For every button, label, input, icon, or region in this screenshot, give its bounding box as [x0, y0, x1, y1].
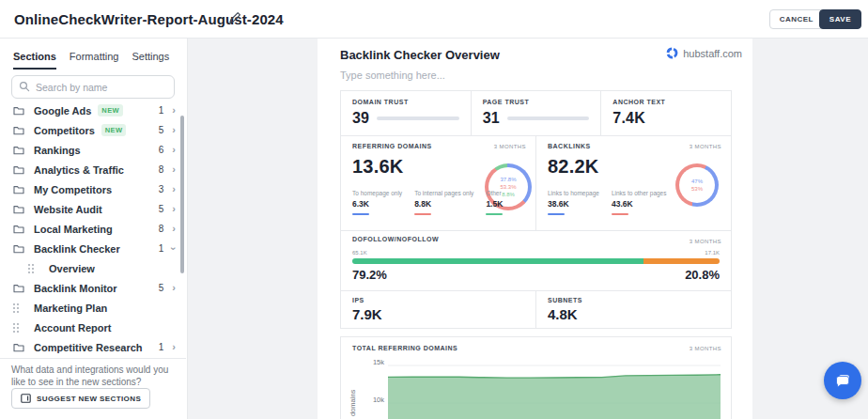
period-badge: 3 MONTHS [690, 144, 721, 149]
sidebar-item-backlink-monitor[interactable]: Backlink Monitor5› [0, 278, 186, 298]
sidebar-item-marketing-plan[interactable]: Marketing Plan [0, 298, 186, 318]
folder-icon [13, 225, 25, 234]
backlinks-card: BACKLINKS 3 MONTHS 82.2K 47%53% Links to… [536, 136, 731, 230]
section-count: 1 [159, 243, 164, 254]
chevron-right-icon[interactable]: › [172, 125, 176, 135]
breakdown-label: Links to homepage [548, 190, 599, 196]
breakdown-color-line [352, 213, 369, 215]
chevron-right-icon[interactable]: › [172, 164, 176, 175]
folder-icon [13, 146, 25, 155]
site-name: hubstaff.com [683, 48, 742, 59]
text-block-placeholder[interactable]: Type something here... [340, 70, 445, 81]
sections-list: Google AdsNEW1›CompetitorsNEW5›Rankings6… [0, 101, 186, 357]
sidebar-tabs: Sections Formatting Settings [0, 39, 186, 70]
section-count: 3 [159, 184, 164, 194]
breakdown-item: To homepage only6.3K [352, 190, 402, 215]
new-badge: NEW [101, 124, 127, 136]
chevron-right-icon[interactable]: › [172, 105, 176, 116]
domain-trust-value: 39 [352, 110, 369, 127]
subnets-label: SUBNETS [548, 297, 720, 303]
sidebar-item-label: My Competitors [34, 184, 112, 195]
chevron-down-icon[interactable]: › [169, 247, 179, 251]
dofollow-count: 65.1K [352, 250, 367, 256]
breakdown-color-line [486, 213, 503, 215]
sidebar-item-local-marketing[interactable]: Local Marketing8› [0, 219, 186, 239]
anchor-text-card: ANCHOR TEXT 7.4K [601, 91, 731, 135]
save-button[interactable]: SAVE [819, 9, 861, 29]
donut-center-labels: 37.8%53.3%8.8% [485, 163, 532, 210]
breakdown-value: 8.8K [414, 199, 473, 209]
referring-domains-breakdown: To homepage only6.3KTo internal pages on… [352, 190, 503, 215]
folder-icon [13, 343, 25, 352]
folder-icon [13, 244, 25, 254]
chat-launcher-button[interactable] [824, 362, 861, 399]
folder-icon [13, 106, 25, 116]
sidebar-scrollbar[interactable] [180, 116, 184, 273]
breakdown-item: Links to homepage38.6K [548, 190, 599, 215]
breakdown-label: To homepage only [352, 190, 402, 196]
domain-trust-label: DOMAIN TRUST [352, 99, 459, 105]
sidebar-item-label: Website Audit [34, 204, 102, 215]
search-input[interactable] [11, 75, 175, 99]
chat-bubble-icon [833, 371, 852, 390]
sidebar-item-overview[interactable]: Overview [0, 258, 186, 278]
anchor-text-label: ANCHOR TEXT [612, 99, 720, 105]
y-axis-label: domains [349, 390, 357, 416]
suggest-new-sections-button[interactable]: SUGGEST NEW SECTIONS [11, 388, 150, 409]
sidebar-item-label: Competitors [34, 125, 95, 136]
breakdown-label: Links to other pages [612, 190, 667, 196]
suggest-question-text: What data and integrations would you lik… [11, 364, 182, 388]
tab-sections[interactable]: Sections [13, 51, 56, 70]
referring-domains-area-chart [388, 360, 721, 419]
ips-value: 7.9K [352, 306, 524, 322]
tab-settings[interactable]: Settings [132, 51, 169, 70]
page-trust-card: PAGE TRUST 31 [472, 91, 601, 135]
referring-domains-card: REFERRING DOMAINS 3 MONTHS 13.6K 37.8%53… [341, 136, 535, 230]
page-trust-bar [507, 116, 589, 120]
chevron-right-icon[interactable]: › [172, 283, 176, 293]
folder-icon [13, 165, 25, 175]
section-count: 1 [159, 342, 164, 352]
cancel-button[interactable]: CANCEL [769, 9, 824, 29]
donut-percent-label: 53% [691, 185, 703, 193]
chevron-right-icon[interactable]: › [172, 204, 176, 214]
donut-percent-label: 8.8% [502, 191, 515, 198]
sidebar-item-competitive-research[interactable]: Competitive Research1› [0, 337, 186, 357]
chevron-right-icon[interactable]: › [172, 224, 176, 234]
period-badge: 3 MONTHS [494, 144, 526, 149]
suggest-button-label: SUGGEST NEW SECTIONS [37, 395, 141, 403]
chevron-right-icon[interactable]: › [172, 342, 176, 352]
sidebar-item-my-competitors[interactable]: My Competitors3› [0, 179, 186, 199]
drag-handle-icon [28, 264, 40, 273]
sidebar-divider [0, 358, 186, 359]
sidebar-item-account-report[interactable]: Account Report [0, 318, 186, 337]
sidebar-item-website-audit[interactable]: Website Audit5› [0, 199, 186, 219]
sidebar-item-backlink-checker[interactable]: Backlink Checker1› [0, 239, 186, 258]
section-count: 8 [159, 224, 164, 234]
edit-pencil-icon[interactable] [228, 11, 241, 24]
chevron-right-icon[interactable]: › [172, 184, 176, 194]
drag-handle-icon [13, 303, 25, 313]
tab-formatting[interactable]: Formatting [70, 51, 119, 70]
section-count: 6 [159, 145, 164, 155]
sidebar-item-rankings[interactable]: Rankings6› [0, 140, 186, 160]
sidebar-item-competitors[interactable]: CompetitorsNEW5› [0, 120, 186, 140]
report-name: OnlineCheckWriter-Report-August-2024 [14, 11, 284, 27]
total-referring-domains-label: TOTAL REFERRING DOMAINS [352, 345, 457, 351]
y-axis-tick-10k: 10k [364, 396, 384, 404]
period-badge: 3 MONTHS [690, 346, 721, 351]
sidebar-item-label: Backlink Monitor [34, 283, 117, 294]
sidebar-item-label: Google Ads [34, 105, 91, 116]
subnets-value: 4.8K [548, 306, 720, 322]
dofollow-label: DOFOLLOW/NOFOLLOW [352, 236, 720, 242]
suggest-icon [21, 394, 31, 403]
y-axis-tick-15k: 15k [364, 358, 384, 366]
report-preview-panel: Backlink Checker Overview hubstaff.com T… [318, 39, 752, 419]
breakdown-color-line [612, 213, 628, 215]
report-builder-screen: OnlineCheckWriter-Report-August-2024 CAN… [0, 0, 868, 419]
sidebar-item-analytics-traffic[interactable]: Analytics & Traffic8› [0, 160, 186, 179]
section-count: 5 [159, 204, 164, 214]
new-badge: NEW [98, 104, 123, 116]
chevron-right-icon[interactable]: › [172, 145, 176, 155]
subnets-card: SUBNETS 4.8K [536, 291, 731, 328]
